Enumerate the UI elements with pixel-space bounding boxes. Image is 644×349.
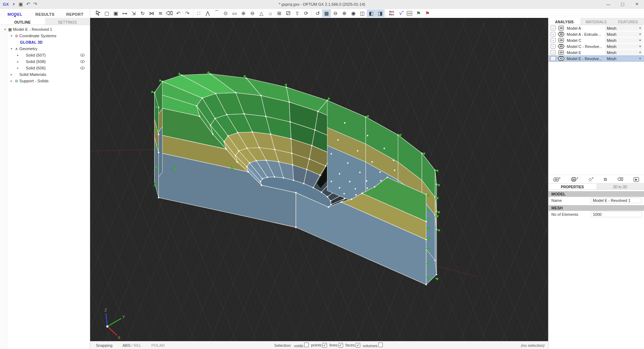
rectangle-tool-button[interactable]: ▭ <box>230 9 239 17</box>
property-value[interactable]: 1000 <box>591 212 642 217</box>
circle-tool-button[interactable]: ⊙ <box>221 9 230 17</box>
mesh-dropdown[interactable]: Mesh▾ <box>605 25 643 31</box>
expand-chevron-icon[interactable]: ▸ <box>9 73 14 76</box>
rotate-transform-button[interactable]: ↻ <box>138 9 147 17</box>
checkbox-points-checked[interactable]: ✓ <box>322 343 327 348</box>
tree-item-solid-materials[interactable]: ▸Solid Materials <box>0 71 90 78</box>
flow-lines-button[interactable]: ⋎● <box>396 9 405 17</box>
shaded-view-button[interactable]: ◨ <box>376 9 385 17</box>
delete-tool-button[interactable]: ⌫ <box>165 9 174 17</box>
select-overlap-button[interactable]: ▣ <box>111 9 120 17</box>
duplicate-model-button[interactable]: ⧉ <box>604 176 607 182</box>
tab-outline[interactable]: OUTLINE <box>0 18 45 25</box>
tab-materials[interactable]: MATERIALS <box>580 18 612 25</box>
run-analysis-button[interactable]: ▶ <box>634 176 639 182</box>
cone-tool-button[interactable]: △ <box>257 9 266 17</box>
tab-settings[interactable]: SETTINGS <box>45 18 90 25</box>
model-row-model-e-revolve-[interactable]: →3DModel E - Revolve...Mesh▾ <box>548 55 644 62</box>
extrude-tool-button[interactable]: ⇧ <box>293 9 302 17</box>
open-model-button[interactable]: → <box>551 56 556 61</box>
tree-item-geometry[interactable]: ▾∧Geometry <box>0 45 90 52</box>
tab-features[interactable]: FEATURES <box>612 18 644 25</box>
scale-transform-button[interactable]: ⇲ <box>129 9 138 17</box>
scene-3d-canvas[interactable]: ZYX <box>90 18 548 341</box>
selection-filter-lines[interactable]: lines✓ <box>330 343 343 348</box>
tab-results[interactable]: RESULTS <box>30 9 60 18</box>
snapping-toggle[interactable]: Snapping <box>96 343 113 348</box>
tree-item-global-3d[interactable]: GLOBAL 3D <box>0 39 90 45</box>
orbit-view-button[interactable]: ↺ <box>313 9 322 17</box>
collapse-chevron-icon[interactable]: ▾ <box>9 47 14 50</box>
model-row-model-e[interactable]: →2DModel EMesh▾ <box>548 49 644 55</box>
tree-item-model-e-revolved-1[interactable]: ▾▦Model E - Revolved 1 <box>0 26 90 33</box>
expand-chevron-icon[interactable]: ▸ <box>16 60 20 63</box>
point-tool-button[interactable]: ∷ <box>194 9 203 17</box>
add-3d-model-button[interactable]: 3D+ <box>571 176 578 182</box>
visibility-eye-icon[interactable] <box>80 60 85 63</box>
abs-rel-toggle[interactable]: ABS / REL <box>123 343 142 348</box>
delete-model-button[interactable]: ⌫ <box>617 176 623 182</box>
zoom-in-button[interactable]: ⊕ <box>340 9 349 17</box>
model-row-model-c[interactable]: →2DModel CMesh▾ <box>548 37 644 43</box>
hemisphere-tool-button[interactable]: ⊖ <box>248 9 257 17</box>
mesh-dropdown[interactable]: Mesh▾ <box>605 50 643 55</box>
checkbox-lines-checked[interactable]: ✓ <box>338 343 343 348</box>
select-pointer-button[interactable] <box>93 9 102 17</box>
expand-chevron-icon[interactable]: ▸ <box>16 66 20 70</box>
model-row-model-a-extrude-[interactable]: →3DModel A - Extrude...Mesh▾ <box>548 31 644 37</box>
box-array-tool-button[interactable]: ⊞ <box>275 9 284 17</box>
tab-analysis[interactable]: ANALYSIS <box>548 18 580 25</box>
polyline-tool-button[interactable]: ⋀ <box>203 9 212 17</box>
selection-filter-volumes[interactable]: volumes <box>363 343 383 348</box>
collapse-chevron-icon[interactable]: ▾ <box>3 28 7 31</box>
tree-item-support-solids[interactable]: ▸⊞Support - Solids <box>0 78 90 84</box>
visibility-eye-icon[interactable] <box>80 54 85 57</box>
open-model-button[interactable]: → <box>551 38 556 43</box>
code-editor-button[interactable]: </> <box>405 9 414 17</box>
sphere-tool-button[interactable]: ⊕ <box>239 9 248 17</box>
open-model-button[interactable]: → <box>551 32 556 37</box>
checkbox-voids-unchecked[interactable] <box>304 343 309 347</box>
open-model-button[interactable]: → <box>551 44 556 49</box>
grid-toggle-button[interactable]: ▦ <box>322 9 331 17</box>
zoom-out-button[interactable]: ⊖ <box>331 9 340 17</box>
tree-item-solid-508-[interactable]: ▸Solid (508) <box>0 58 90 65</box>
maximize-button[interactable]: ▢ <box>615 0 630 8</box>
tree-item-coordinate-systems[interactable]: ▾⊛Coordinate Systems <box>0 33 90 39</box>
feature-flag-a-button[interactable]: ⚑ <box>414 9 423 17</box>
marquee-select-button[interactable]: ▢ <box>102 9 111 17</box>
visibility-eye-icon[interactable] <box>80 67 85 69</box>
add-stage-button[interactable]: ◇+ <box>589 176 594 182</box>
tree-item-solid-507-[interactable]: ▸Solid (507) <box>0 52 90 58</box>
selection-filter-points[interactable]: points✓ <box>311 343 327 348</box>
expand-chevron-icon[interactable]: ▸ <box>9 79 14 83</box>
zoom-fit-button[interactable]: ◉ <box>349 9 358 17</box>
mesh-view-button[interactable]: ◧ <box>367 9 376 17</box>
polyhedron-tool-button[interactable]: ⚂ <box>284 9 293 17</box>
view-cube-button[interactable]: ◫ <box>358 9 367 17</box>
mirror-transform-button[interactable]: ⋈ <box>147 9 156 17</box>
mesh-dropdown[interactable]: Mesh▾ <box>605 38 643 43</box>
redo-tool-button[interactable]: ↷ <box>183 9 192 17</box>
tab-report[interactable]: REPORT <box>60 9 90 18</box>
sweep-transform-button[interactable]: ≋ <box>156 9 165 17</box>
open-model-button[interactable]: → <box>551 50 556 55</box>
feature-flag-b-button[interactable]: ⚑ <box>423 9 432 17</box>
box-tool-button[interactable]: ⌂ <box>266 9 275 17</box>
mesh-dropdown[interactable]: Mesh▾ <box>605 56 643 61</box>
au2rox-button[interactable]: Au2Rox <box>387 9 396 17</box>
mesh-dropdown[interactable]: Mesh▾ <box>605 44 643 49</box>
collapse-chevron-icon[interactable]: ▾ <box>9 34 14 38</box>
selection-filter-faces[interactable]: faces✓ <box>346 343 360 348</box>
expand-chevron-icon[interactable]: ▸ <box>16 53 20 57</box>
tab-2d-to-3d[interactable]: 2D to 3D <box>596 184 644 189</box>
model-row-model-c-revolve-[interactable]: →3DModel C - Revolve...Mesh▾ <box>548 43 644 49</box>
property-value[interactable]: Model E - Revolved 1 <box>591 198 642 203</box>
tree-item-solid-506-[interactable]: ▸Solid (506) <box>0 65 90 71</box>
minimize-button[interactable]: — <box>601 0 615 8</box>
close-button[interactable]: ✕ <box>630 0 644 8</box>
checkbox-volumes-unchecked[interactable] <box>378 343 383 347</box>
checkbox-faces-checked[interactable]: ✓ <box>356 343 360 348</box>
revolve-tool-button[interactable]: ⟳ <box>302 9 311 17</box>
selection-filter-voids[interactable]: voids <box>294 343 309 348</box>
